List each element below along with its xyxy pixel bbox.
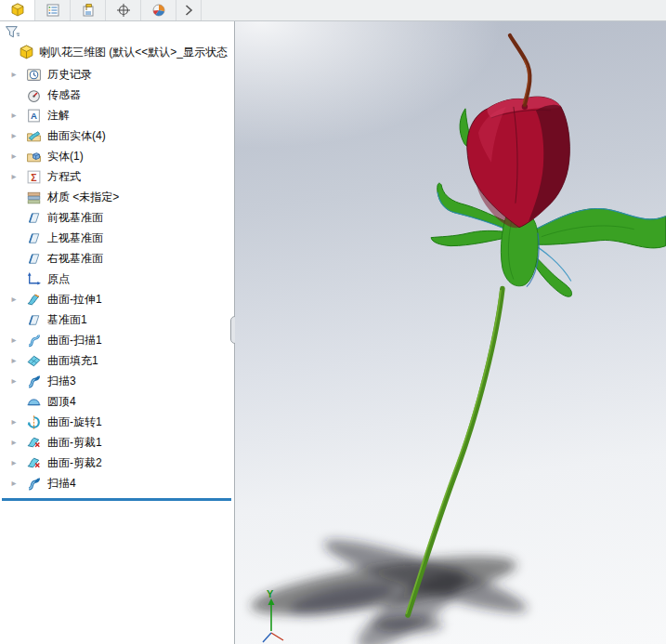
tree-item-19[interactable]: ▸曲面-剪裁2 <box>0 453 234 473</box>
tree-item-0[interactable]: ▸历史记录 <box>0 64 234 85</box>
rollback-bar[interactable] <box>2 498 231 501</box>
tree-item-label: 材质 <未指定> <box>47 190 119 205</box>
tab-displaymanager[interactable] <box>141 0 176 20</box>
surface-fill-icon <box>26 353 42 369</box>
tree-item-label: 前视基准面 <box>47 210 103 226</box>
tab-configurationmanager[interactable] <box>71 0 106 20</box>
tree-item-label: 曲面-剪裁1 <box>47 435 102 451</box>
tree-item-4[interactable]: ▸实体(1) <box>0 146 234 166</box>
tree-item-11[interactable]: ▸曲面-拉伸1 <box>0 289 234 309</box>
tree-item-12[interactable]: 基准面1 <box>0 309 234 330</box>
tree-item-1[interactable]: 传感器 <box>0 85 234 105</box>
tree-item-label: 原点 <box>47 271 70 287</box>
expand-arrow-icon[interactable]: ▸ <box>7 335 20 345</box>
tree-item-label: 注解 <box>47 108 70 124</box>
tree-item-label: 右视基准面 <box>47 251 103 267</box>
model-trumpet-flower[interactable] <box>235 21 666 644</box>
panel-tabs-bar <box>0 0 666 21</box>
tree-item-14[interactable]: ▸曲面填充1 <box>0 350 234 371</box>
tree-item-label: 基准面1 <box>47 312 87 328</box>
expand-arrow-icon[interactable]: ▸ <box>7 131 20 140</box>
surface-sweep-icon <box>26 333 42 348</box>
part-icon <box>19 45 34 60</box>
expand-arrow-icon[interactable]: ▸ <box>7 295 20 304</box>
expand-arrow-icon[interactable]: ▸ <box>7 151 20 161</box>
tree-item-label: 实体(1) <box>47 149 84 164</box>
tree-item-label: 扫描3 <box>47 374 76 389</box>
feature-tree: ▸历史记录传感器▸注解▸曲面实体(4)▸实体(1)▸方程式材质 <未指定>前视基… <box>0 64 234 493</box>
expand-arrow-icon[interactable]: ▸ <box>7 417 20 427</box>
expand-arrow-icon[interactable]: ▸ <box>7 479 20 488</box>
expand-arrow-icon[interactable]: ▸ <box>7 376 20 386</box>
surface-extrude-icon <box>26 292 42 308</box>
plane-icon <box>26 251 42 267</box>
equations-icon <box>26 169 42 185</box>
tree-item-16[interactable]: 圆顶4 <box>0 391 234 412</box>
expand-arrow-icon[interactable]: ▸ <box>7 458 20 467</box>
featuremanager-tab-icon <box>10 3 25 18</box>
solidworks-window: 喇叭花三维图 (默认<<默认>_显示状态 ▸历史记录传感器▸注解▸曲面实体(4)… <box>0 0 666 644</box>
surface-bodies-icon <box>26 128 42 144</box>
tree-item-6[interactable]: 材质 <未指定> <box>0 187 234 207</box>
tree-item-7[interactable]: 前视基准面 <box>0 207 234 228</box>
plane-icon <box>26 312 42 328</box>
tree-item-20[interactable]: ▸扫描4 <box>0 473 234 493</box>
tree-item-10[interactable]: 原点 <box>0 269 234 289</box>
flower-spathe[interactable] <box>467 97 570 228</box>
tree-item-label: 曲面-剪裁2 <box>47 455 102 471</box>
expand-arrow-icon[interactable]: ▸ <box>7 70 20 79</box>
plane-icon <box>26 210 42 226</box>
tree-item-9[interactable]: 右视基准面 <box>0 248 234 269</box>
tree-item-2[interactable]: ▸注解 <box>0 105 234 125</box>
tree-filter-row <box>0 21 234 42</box>
tree-item-13[interactable]: ▸曲面-扫描1 <box>0 330 234 350</box>
surface-revolve-icon <box>26 414 42 430</box>
tree-item-label: 曲面填充1 <box>47 353 98 369</box>
tree-item-label: 曲面-扫描1 <box>47 333 102 348</box>
dimxpertmanager-tab-icon <box>116 3 131 18</box>
tree-item-label: 圆顶4 <box>47 394 76 410</box>
sweep-icon <box>26 374 42 389</box>
toolbar-filler <box>202 0 666 20</box>
material-icon <box>26 190 42 205</box>
sensors-icon <box>26 87 42 103</box>
solid-bodies-icon <box>26 149 42 164</box>
tree-item-label: 历史记录 <box>47 67 92 83</box>
viewport-3d[interactable]: Y <box>235 21 666 644</box>
tree-item-15[interactable]: ▸扫描3 <box>0 371 234 391</box>
featuremanager-panel: 喇叭花三维图 (默认<<默认>_显示状态 ▸历史记录传感器▸注解▸曲面实体(4)… <box>0 21 235 644</box>
tree-item-label: 曲面-拉伸1 <box>47 292 102 308</box>
annotations-icon <box>26 108 42 124</box>
displaymanager-tab-icon <box>151 3 166 18</box>
tree-root-item[interactable]: 喇叭花三维图 (默认<<默认>_显示状态 <box>0 42 234 62</box>
tree-item-17[interactable]: ▸曲面-旋转1 <box>0 412 234 432</box>
tree-root-label: 喇叭花三维图 (默认<<默认>_显示状态 <box>39 45 228 60</box>
filter-funnel-icon[interactable] <box>5 24 20 40</box>
expand-arrow-icon[interactable]: ▸ <box>7 438 20 447</box>
plane-icon <box>26 230 42 246</box>
tab-featuremanager[interactable] <box>0 0 35 20</box>
tree-item-label: 曲面-旋转1 <box>47 414 102 430</box>
tree-item-label: 上视基准面 <box>47 230 103 246</box>
tree-item-label: 曲面实体(4) <box>47 128 106 144</box>
expand-arrow-icon[interactable]: ▸ <box>7 172 20 181</box>
dome-icon <box>26 394 42 410</box>
tree-item-18[interactable]: ▸曲面-剪裁1 <box>0 432 234 453</box>
origin-icon <box>26 271 42 287</box>
surface-trim-icon <box>26 435 42 451</box>
tab-propertymanager[interactable] <box>35 0 71 20</box>
tree-item-8[interactable]: 上视基准面 <box>0 228 234 248</box>
tree-item-5[interactable]: ▸方程式 <box>0 166 234 187</box>
tree-item-label: 传感器 <box>47 87 81 103</box>
expand-arrow-icon[interactable]: ▸ <box>7 111 20 120</box>
propertymanager-tab-icon <box>46 3 60 18</box>
tree-item-3[interactable]: ▸曲面实体(4) <box>0 125 234 146</box>
expand-arrow-icon[interactable]: ▸ <box>7 356 20 365</box>
configurationmanager-tab-icon <box>81 3 96 18</box>
sweep-icon <box>26 476 42 492</box>
history-icon <box>26 67 42 83</box>
model-shadow <box>248 528 532 644</box>
tabs-overflow-button[interactable] <box>176 0 202 20</box>
tab-dimxpertmanager[interactable] <box>106 0 141 20</box>
tree-item-label: 扫描4 <box>47 476 76 492</box>
